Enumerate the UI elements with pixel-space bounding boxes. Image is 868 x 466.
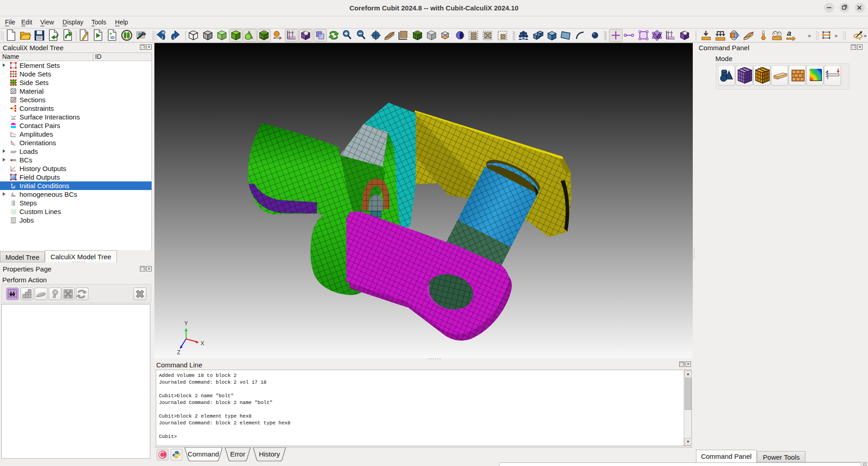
svg-text:X: X (201, 340, 204, 347)
svg-text:»: » (834, 32, 838, 39)
svg-text:a: a (787, 29, 791, 38)
svg-text:Command: Command (187, 450, 219, 458)
svg-text:o: o (14, 185, 15, 188)
svg-text:Error: Error (230, 450, 245, 458)
svg-text:»: » (863, 32, 867, 39)
svg-text:Z: Z (177, 349, 180, 356)
svg-text:»: » (808, 32, 811, 39)
svg-text:History: History (259, 450, 280, 458)
svg-text:Y: Y (184, 320, 188, 327)
svg-text:ID: ID (110, 35, 115, 40)
